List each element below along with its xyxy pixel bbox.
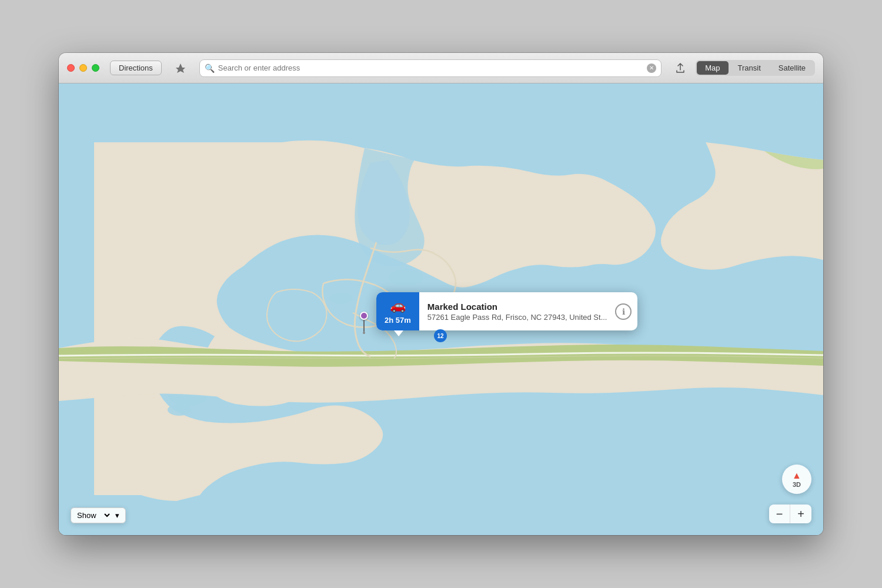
road-badge: 12 [434, 329, 447, 342]
pin-stem [363, 320, 365, 332]
callout-directions[interactable]: 🚗 2h 57m [376, 292, 419, 330]
callout-time: 2h 57m [385, 316, 411, 325]
close-button[interactable] [67, 64, 75, 72]
callout-title: Marked Location [427, 302, 607, 312]
traffic-lights [67, 64, 99, 72]
map-type-map[interactable]: Map [697, 61, 728, 75]
callout-tail [394, 330, 403, 336]
compass-3d-label: 3D [793, 481, 801, 488]
svg-point-3 [285, 308, 303, 318]
map-area[interactable]: 🚗 2h 57m Marked Location 57261 Eagle Pas… [59, 83, 823, 535]
callout-detail-button[interactable]: ℹ [615, 303, 632, 320]
show-label: Show [77, 511, 96, 520]
search-input[interactable] [218, 64, 643, 72]
maximize-button[interactable] [92, 64, 99, 72]
show-dropdown[interactable]: Show ▾ [71, 507, 126, 523]
compass-arrow: ▲ [792, 471, 801, 480]
map-type-satellite[interactable]: Satellite [770, 61, 814, 75]
chevron-down-icon: ▾ [115, 511, 119, 520]
svg-point-2 [329, 292, 353, 304]
pin-marker [360, 312, 368, 320]
map-type-transit[interactable]: Transit [730, 61, 769, 75]
callout-address: 57261 Eagle Pass Rd, Frisco, NC 27943, U… [427, 313, 607, 322]
minimize-button[interactable] [79, 64, 87, 72]
zoom-out-button[interactable]: − [769, 505, 790, 523]
svg-point-5 [168, 404, 191, 416]
search-clear-button[interactable]: ✕ [647, 64, 656, 73]
callout-info: Marked Location 57261 Eagle Pass Rd, Fri… [419, 292, 616, 330]
zoom-controls: − + [769, 505, 811, 523]
location-pin[interactable] [360, 312, 368, 334]
zoom-in-button[interactable]: + [790, 505, 811, 523]
directions-button[interactable]: Directions [110, 61, 162, 75]
location-callout[interactable]: 🚗 2h 57m Marked Location 57261 Eagle Pas… [376, 292, 637, 330]
car-icon: 🚗 [390, 298, 406, 313]
pin-shadow [363, 332, 365, 334]
location-icon[interactable] [171, 59, 190, 78]
compass[interactable]: ▲ 3D [782, 465, 811, 494]
search-icon: 🔍 [205, 64, 215, 73]
svg-point-1 [388, 269, 423, 286]
show-select[interactable] [100, 510, 112, 520]
maps-window: Directions 🔍 ✕ Map Transit Satellite [59, 53, 823, 535]
titlebar: Directions 🔍 ✕ Map Transit Satellite [59, 53, 823, 83]
map-type-selector: Map Transit Satellite [696, 60, 815, 76]
share-button[interactable] [671, 59, 690, 78]
search-bar: 🔍 ✕ [199, 59, 662, 77]
